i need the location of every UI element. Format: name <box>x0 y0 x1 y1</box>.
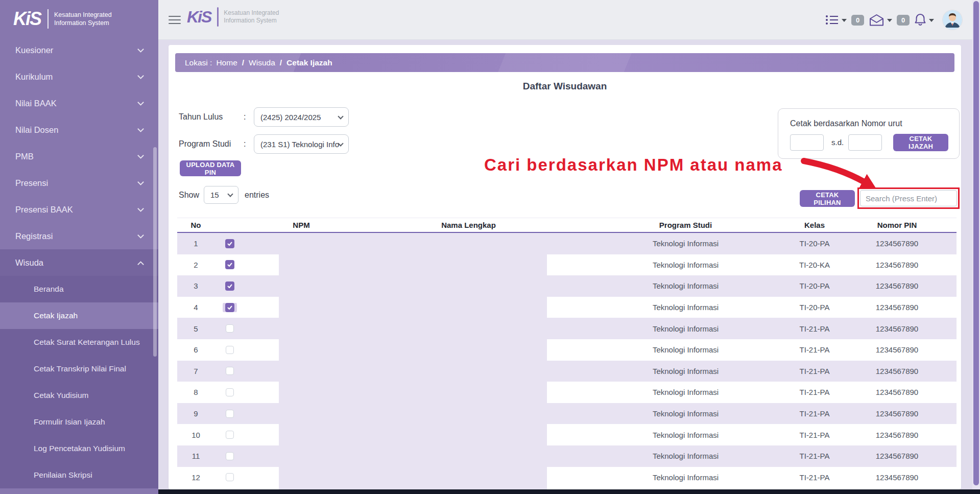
cell-prodi: Teknologi Informasi <box>580 367 792 375</box>
page-size-select[interactable]: 15 <box>204 186 238 204</box>
row-checkbox[interactable] <box>226 388 234 396</box>
sidebar-subitem-beranda[interactable]: Beranda <box>0 276 158 302</box>
main-scrollbar-thumb[interactable] <box>973 1 979 485</box>
cell-pin: 1234567890 <box>838 473 957 482</box>
sidebar-item-kuesioner[interactable]: Kuesioner <box>0 37 158 63</box>
avatar-image <box>943 10 962 30</box>
sidebar: KiS Kesatuan IntegratedInformation Syste… <box>0 0 158 494</box>
brand-line2: Information System <box>54 19 109 27</box>
annotation-arrow-icon <box>798 153 887 200</box>
logo-divider <box>47 9 49 29</box>
sidebar-subitem-cetak-surat-keterangan-lulus[interactable]: Cetak Surat Keterangan Lulus <box>0 329 158 356</box>
row-checkbox[interactable] <box>225 281 234 291</box>
cell-no: 2 <box>177 261 214 269</box>
sidebar-subitem-penilaian-skripsi[interactable]: Penilaian Skripsi <box>0 462 158 488</box>
tahun-lulus-select[interactable]: (2425) 2024/2025 <box>254 107 349 127</box>
sidebar-item-label: PMB <box>15 152 34 161</box>
app-root: KiS Kesatuan IntegratedInformation Syste… <box>0 0 980 494</box>
cell-checkbox <box>214 346 245 354</box>
main-scrollbar-track[interactable] <box>972 0 980 494</box>
cell-checkbox <box>214 388 245 396</box>
breadcrumb-item[interactable]: Home <box>216 58 237 67</box>
cell-prodi: Teknologi Informasi <box>580 473 792 482</box>
breadcrumb-item[interactable]: Cetak Ijazah <box>286 58 332 67</box>
row-checkbox[interactable] <box>226 410 234 418</box>
tahun-lulus-label: Tahun Lulus <box>179 112 223 122</box>
cell-checkbox <box>214 473 245 481</box>
upload-data-pin-button[interactable]: UPLOAD DATA PIN <box>180 160 241 176</box>
range-to-input[interactable] <box>848 134 882 151</box>
cell-prodi: Teknologi Informasi <box>580 281 792 290</box>
cell-no: 1 <box>177 239 214 248</box>
row-checkbox[interactable] <box>226 452 234 460</box>
sidebar-subitem-formulir-isian-ijazah[interactable]: Formulir Isian Ijazah <box>0 409 158 435</box>
cetak-ijazah-button[interactable]: CETAK IJAZAH <box>893 134 948 151</box>
chevron-down-icon <box>137 46 144 53</box>
brand-line1: Kesatuan Integrated <box>224 9 279 16</box>
cell-pin: 1234567890 <box>838 367 957 375</box>
row-checkbox[interactable] <box>226 324 234 333</box>
sidebar-item-nilai-baak[interactable]: Nilai BAAK <box>0 90 158 116</box>
brand-logo-text: KiS <box>187 8 211 27</box>
sidebar-subitem-cetak-transkrip-nilai-final[interactable]: Cetak Transkrip Nilai Final <box>0 356 158 382</box>
sidebar-item-presensi[interactable]: Presensi <box>0 170 158 196</box>
show-label: Show <box>179 191 199 200</box>
cell-checkbox <box>214 324 245 333</box>
row-checkbox[interactable] <box>226 431 234 439</box>
cell-no: 4 <box>177 303 214 312</box>
entries-label: entries <box>245 191 269 200</box>
sidebar-item-presensi-baak[interactable]: Presensi BAAK <box>0 196 158 223</box>
breadcrumb-separator: / <box>280 58 282 67</box>
cell-no: 10 <box>177 431 214 439</box>
messages-menu-button[interactable] <box>869 14 892 27</box>
cell-kelas: TI-21-PA <box>792 409 838 418</box>
brand-line2: Information System <box>224 17 276 24</box>
cell-pin: 1234567890 <box>838 388 957 396</box>
row-checkbox[interactable] <box>226 473 234 481</box>
breadcrumb-separator: / <box>242 58 244 67</box>
cell-prodi: Teknologi Informasi <box>580 324 792 333</box>
sidebar-item-label: Nilai BAAK <box>15 99 57 108</box>
colon: : <box>244 139 246 149</box>
sidebar-subitem-cetak-ijazah[interactable]: Cetak Ijazah <box>0 302 158 329</box>
sidebar-subitem-log-pencetakan-yudisium[interactable]: Log Pencetakan Yudisium <box>0 435 158 462</box>
range-from-input[interactable] <box>790 134 824 151</box>
cell-prodi: Teknologi Informasi <box>580 409 792 418</box>
sidebar-scrollbar[interactable] <box>153 147 157 357</box>
breadcrumb-item[interactable]: Wisuda <box>249 58 275 67</box>
sidebar-subitem-cetak-yudisium[interactable]: Cetak Yudisium <box>0 382 158 409</box>
cell-no: 7 <box>177 367 214 375</box>
cell-pin: 1234567890 <box>838 261 957 269</box>
row-checkbox[interactable] <box>225 303 234 312</box>
row-checkbox[interactable] <box>225 239 234 248</box>
cell-prodi: Teknologi Informasi <box>580 345 792 354</box>
notifications-menu-button[interactable] <box>914 13 934 27</box>
chevron-down-icon <box>929 19 934 22</box>
tasks-menu-button[interactable] <box>825 14 847 26</box>
cell-prodi: Teknologi Informasi <box>580 261 792 269</box>
tahun-lulus-value: (2425) 2024/2025 <box>260 113 321 122</box>
cell-prodi: Teknologi Informasi <box>580 239 792 248</box>
annotation-text: Cari berdasarkan NPM atau nama <box>484 155 783 175</box>
program-studi-select[interactable]: (231 S1) Teknologi Info <box>254 134 349 154</box>
sidebar-item-pmb[interactable]: PMB <box>0 143 158 170</box>
row-checkbox[interactable] <box>226 346 234 354</box>
sidebar-item-kurikulum[interactable]: Kurikulum <box>0 63 158 90</box>
column-header-program-studi: Program Studi <box>580 221 792 229</box>
sidebar-item-wisuda[interactable]: Wisuda <box>0 249 158 276</box>
column-header-npm: NPM <box>245 221 357 229</box>
row-checkbox[interactable] <box>226 367 234 375</box>
user-avatar[interactable] <box>943 10 962 30</box>
sidebar-item-label: Presensi <box>15 178 48 188</box>
page-title: Daftar Wisudawan <box>169 81 961 92</box>
cell-pin: 1234567890 <box>838 431 957 439</box>
print-range-title: Cetak berdasarkan Nomor urut <box>790 119 902 128</box>
sidebar-item-nilai-dosen[interactable]: Nilai Dosen <box>0 116 158 143</box>
header-actions: 0 0 <box>825 0 962 40</box>
sidebar-logo: KiS Kesatuan IntegratedInformation Syste… <box>0 0 158 37</box>
row-checkbox[interactable] <box>225 260 234 269</box>
sidebar-item-registrasi[interactable]: Registrasi <box>0 223 158 249</box>
sidebar-toggle-hamburger-icon[interactable] <box>169 13 181 22</box>
cell-checkbox <box>214 431 245 439</box>
chevron-down-icon <box>842 19 847 22</box>
